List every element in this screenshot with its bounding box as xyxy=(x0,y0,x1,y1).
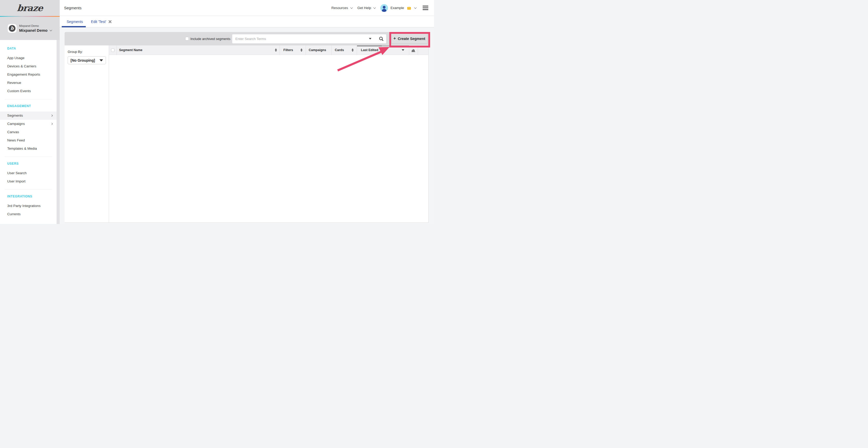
sort-icon[interactable] xyxy=(275,48,277,52)
tab-segments[interactable]: Segments xyxy=(67,20,83,24)
content-area: Include archived segments + Create Segme… xyxy=(60,27,434,224)
header-right: Resources Get Help xyxy=(332,4,431,12)
sidebar-item-segments[interactable]: Segments xyxy=(0,111,57,120)
table-header-row: Segment Name Filters Campaigns xyxy=(109,45,428,55)
group-by-select[interactable]: [No Grouping] xyxy=(68,56,106,64)
sort-icon[interactable] xyxy=(301,48,303,52)
sort-icon[interactable] xyxy=(351,48,354,52)
search-input[interactable] xyxy=(232,37,369,41)
resources-label: Resources xyxy=(332,6,348,10)
select-all-cell xyxy=(109,45,117,55)
create-segment-button[interactable]: + Create Segment xyxy=(391,34,428,44)
scrollbar-track xyxy=(382,45,409,46)
resources-menu[interactable]: Resources xyxy=(332,6,352,10)
user-name: Example xyxy=(390,6,404,10)
segments-panel: Include archived segments + Create Segme… xyxy=(65,32,429,223)
chevron-down-icon xyxy=(350,6,353,9)
column-label: Last Edited xyxy=(361,48,378,52)
search-icon[interactable] xyxy=(379,36,383,41)
sidebar-item-engagement-reports[interactable]: Engagement Reports xyxy=(0,70,57,79)
column-label: Campaigns xyxy=(309,48,326,52)
scrollbar-thumb[interactable] xyxy=(357,45,382,46)
chevron-right-icon xyxy=(51,114,53,117)
sidebar-item-devices-carriers[interactable]: Devices & Carriers xyxy=(0,62,57,70)
column-spacer xyxy=(418,45,428,55)
sidebar-item-currents[interactable]: Currents xyxy=(0,210,57,218)
sidebar-section-engagement: ENGAGEMENT xyxy=(0,103,57,109)
column-cards[interactable]: Cards xyxy=(332,45,357,55)
create-segment-label: Create Segment xyxy=(398,37,426,41)
column-campaigns[interactable]: Campaigns xyxy=(306,45,332,55)
sidebar-divider xyxy=(5,157,52,157)
tab-label: Edit 'Test' xyxy=(91,20,106,24)
group-by-value: [No Grouping] xyxy=(70,58,99,63)
column-segment-name[interactable]: Segment Name xyxy=(117,45,280,55)
tab-edit-test[interactable]: Edit 'Test' xyxy=(91,20,112,24)
sidebar: braze b Mixpanel Demo Mixpanel Demo DATA… xyxy=(0,0,60,224)
column-label: Segment Name xyxy=(119,48,142,52)
search-dropdown-icon[interactable] xyxy=(369,38,371,39)
column-last-edited[interactable]: Last Edited xyxy=(357,45,409,55)
sidebar-item-revenue[interactable]: Revenue xyxy=(0,79,57,87)
hamburger-menu-icon[interactable] xyxy=(423,6,428,10)
sidebar-item-user-search[interactable]: User Search xyxy=(0,169,57,177)
sidebar-item-label: Segments xyxy=(7,113,23,117)
table-body-empty xyxy=(109,55,428,222)
workspace-avatar: b xyxy=(8,24,17,33)
close-icon[interactable] xyxy=(108,20,112,23)
sidebar-item-app-usage[interactable]: App Usage xyxy=(0,54,57,62)
column-label: Filters xyxy=(283,48,293,52)
workspace-switcher[interactable]: b Mixpanel Demo Mixpanel Demo xyxy=(0,17,60,40)
crown-icon xyxy=(406,6,412,10)
chevron-right-icon xyxy=(51,123,53,125)
column-analytics[interactable] xyxy=(409,45,418,55)
workspace-name: Mixpanel Demo xyxy=(19,28,48,33)
chevron-down-icon[interactable] xyxy=(402,49,404,51)
select-all-checkbox[interactable] xyxy=(111,48,115,52)
sidebar-divider xyxy=(5,189,52,190)
chevron-down-icon xyxy=(50,29,52,31)
workspace-avatar-letter: b xyxy=(9,25,16,32)
page-title: Segments xyxy=(64,6,82,10)
column-filters[interactable]: Filters xyxy=(280,45,306,55)
sidebar-item-campaigns[interactable]: Campaigns xyxy=(0,120,57,128)
sidebar-item-news-feed[interactable]: News Feed xyxy=(0,136,57,144)
tab-bar: Segments Edit 'Test' xyxy=(60,16,434,27)
group-by-label: Group By: xyxy=(68,50,109,54)
top-header: Segments Resources Get Help xyxy=(60,0,434,16)
sidebar-nav: DATA App Usage Devices & Carriers Engage… xyxy=(0,40,57,218)
chevron-down-icon xyxy=(373,6,376,9)
sidebar-section-users: USERS xyxy=(0,161,57,167)
plus-icon: + xyxy=(394,36,396,41)
segment-search xyxy=(232,34,386,43)
horizontal-scrollbar[interactable] xyxy=(357,45,409,46)
brand-header: braze xyxy=(0,0,60,16)
sidebar-divider xyxy=(5,99,52,99)
braze-dashboard: braze b Mixpanel Demo Mixpanel Demo DATA… xyxy=(0,0,434,224)
chevron-down-icon xyxy=(414,6,417,9)
segments-table: Segment Name Filters Campaigns xyxy=(109,45,428,222)
sidebar-item-custom-events[interactable]: Custom Events xyxy=(0,87,57,95)
chevron-down-icon xyxy=(99,59,103,61)
user-avatar-icon xyxy=(380,4,388,12)
column-label: Cards xyxy=(335,48,344,52)
sidebar-item-3rd-party-integrations[interactable]: 3rd Party Integrations xyxy=(0,202,57,210)
include-archived-label: Include archived segments xyxy=(190,37,230,41)
table-wrap: Group By: [No Grouping] Segment xyxy=(65,45,428,222)
sidebar-section-integrations: INTEGRATIONS xyxy=(0,194,57,199)
bar-chart-icon xyxy=(411,48,416,52)
include-archived-checkbox[interactable] xyxy=(185,37,189,40)
workspace-text: Mixpanel Demo Mixpanel Demo xyxy=(19,24,52,33)
get-help-menu[interactable]: Get Help xyxy=(357,6,375,10)
main-area: Segments Resources Get Help xyxy=(60,0,434,224)
sidebar-item-label: Campaigns xyxy=(7,122,25,126)
sidebar-item-canvas[interactable]: Canvas xyxy=(0,128,57,136)
segments-toolbar: Include archived segments + Create Segme… xyxy=(65,32,428,45)
sidebar-item-user-import[interactable]: User Import xyxy=(0,177,57,185)
braze-logo[interactable]: braze xyxy=(17,3,43,13)
get-help-label: Get Help xyxy=(357,6,371,10)
sidebar-item-templates-media[interactable]: Templates & Media xyxy=(0,144,57,153)
account-menu[interactable]: Example xyxy=(380,4,416,12)
include-archived-control: Include archived segments xyxy=(185,32,230,45)
sidebar-section-data: DATA xyxy=(0,46,57,51)
